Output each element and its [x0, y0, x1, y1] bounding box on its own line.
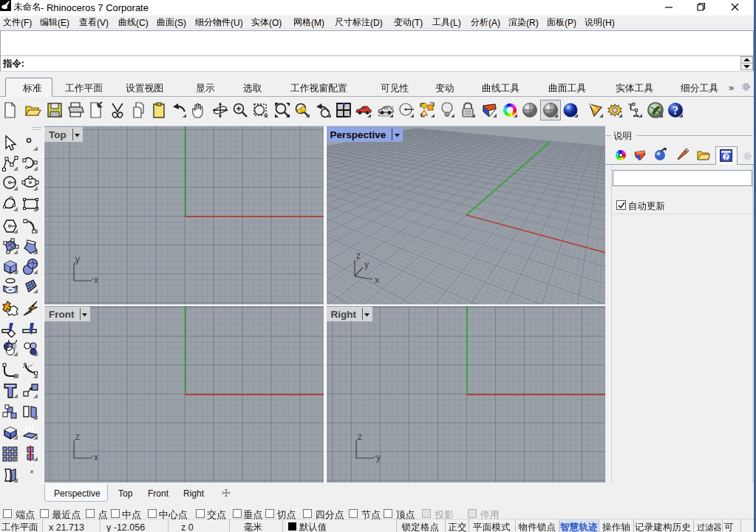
svg-text:y: y — [376, 452, 381, 463]
svg-text:y: y — [75, 256, 80, 265]
svg-text:x: x — [94, 275, 98, 285]
svg-text:y: y — [364, 259, 369, 270]
svg-text:x: x — [94, 452, 98, 463]
svg-text:?: ? — [672, 104, 678, 117]
svg-text:?: ? — [724, 153, 728, 161]
svg-text:x: x — [375, 275, 379, 285]
svg-text:z: z — [356, 251, 361, 261]
svg-text:z: z — [358, 434, 362, 442]
svg-text:z: z — [75, 434, 80, 442]
